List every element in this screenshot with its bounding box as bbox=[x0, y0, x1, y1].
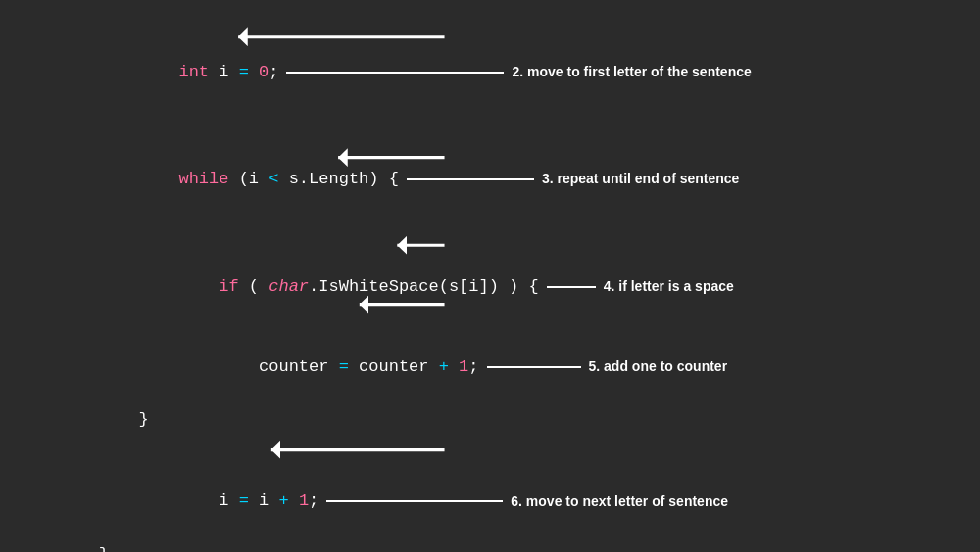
annotation-1: 1. set counter to 0 bbox=[531, 0, 649, 4]
code-line-7 bbox=[59, 221, 752, 246]
annotation-4: 4. if letter is a space bbox=[604, 276, 734, 298]
arrow-line-6 bbox=[326, 500, 503, 502]
code-text-6: while (i < s.Length) { bbox=[59, 141, 399, 219]
arrow-line-3 bbox=[407, 178, 534, 180]
code-text-8: if ( char.IsWhiteSpace(s[i]) ) { bbox=[59, 248, 539, 326]
code-line-9: counter = counter + 1; 5. add one to cou… bbox=[59, 327, 752, 405]
annotation-5: 5. add one to counter bbox=[589, 356, 728, 377]
code-line-3: int counter = 0; 1. set counter to 0 bbox=[59, 0, 752, 31]
code-line-12: i = i + 1; 6. move to next letter of sen… bbox=[59, 463, 752, 540]
code-block: public static int WordCount(String s) { … bbox=[59, 0, 752, 552]
code-line-8: if ( char.IsWhiteSpace(s[i]) ) { 4. if l… bbox=[59, 248, 752, 326]
code-line-6: while (i < s.Length) { 3. repeat until e… bbox=[59, 141, 752, 219]
code-line-13: } bbox=[59, 542, 752, 552]
arrow-line-2 bbox=[286, 72, 504, 74]
annotation-2: 2. move to first letter of the sentence bbox=[512, 62, 751, 83]
arrow-line-5 bbox=[487, 366, 581, 368]
main-container: public static int WordCount(String s) { … bbox=[0, 0, 980, 552]
arrow-line-4 bbox=[547, 286, 596, 288]
code-text-3: int counter = 0; bbox=[59, 0, 339, 31]
close-brace-if: } bbox=[59, 407, 149, 432]
annotation-6: 6. move to next letter of sentence bbox=[511, 491, 728, 513]
code-line-4: int i = 0; 2. move to first letter of th… bbox=[59, 33, 752, 111]
annotation-3: 3. repeat until end of sentence bbox=[542, 169, 740, 190]
code-text-4: int i = 0; bbox=[59, 33, 278, 111]
code-text-9: counter = counter + 1; bbox=[59, 327, 479, 405]
code-line-5 bbox=[59, 113, 752, 138]
code-text-12: i = i + 1; bbox=[59, 463, 318, 540]
code-line-10: } bbox=[59, 407, 752, 432]
close-brace-while: } bbox=[59, 542, 109, 552]
code-line-11 bbox=[59, 435, 752, 461]
